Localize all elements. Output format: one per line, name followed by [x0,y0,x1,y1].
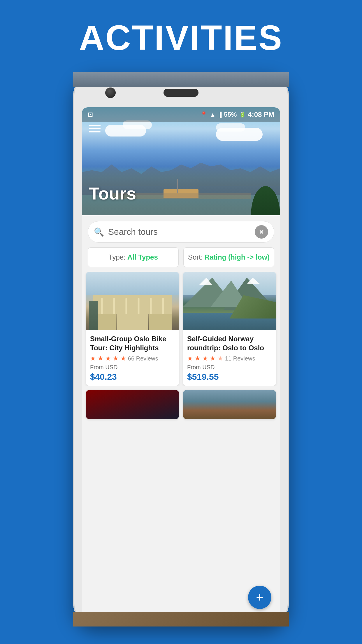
statue [89,301,98,330]
search-container: 🔍 Search tours × [82,215,280,247]
type-filter-button[interactable]: Type: All Types [88,247,179,267]
tour-card-1-image [86,272,179,330]
add-fab-button[interactable]: + [248,586,271,609]
col4 [138,298,139,314]
tour-card-1[interactable]: Small-Group Oslo Bike Tour: City Highlig… [86,272,179,386]
star-2: ★ [98,355,103,362]
tour-card-1-reviews: 66 Reviews [128,355,158,362]
status-right: 📍 ▲ ▐ 55% 🔋 4:08 PM [200,111,274,119]
battery-label: 55% [224,111,237,118]
palace-wings [93,314,172,330]
bottom-cards-row: ATES ALL YEAR [82,390,280,419]
hamburger-line-2 [89,128,101,129]
snow-2 [247,278,260,284]
bottom-card-2-img [183,390,276,419]
wifi-icon: ▲ [210,111,216,118]
bottom-card-1[interactable]: ATES ALL YEAR [86,390,179,419]
sort-value: Rating (high -> low) [205,253,270,261]
palace [93,291,172,330]
tour-card-2-bg [183,272,276,330]
status-left: ⊡ [88,111,93,118]
tour-card-2-stars: ★ ★ ★ ★ ★ 11 Reviews [187,355,272,362]
tour-card-1-from: From USD [90,364,175,371]
mast [177,179,178,193]
sky [86,272,179,295]
page-background: ACTIVITIES ⊡ 📍 ▲ ▐ 55% [73,0,289,626]
star-4: ★ [210,355,216,362]
tour-card-1-bg [86,272,179,330]
screen-record-icon: ⊡ [88,111,93,118]
search-bar[interactable]: 🔍 Search tours × [88,221,274,243]
col2 [113,298,115,314]
tour-card-2[interactable]: Self-Guided Norway roundtrip: Oslo to Os… [183,272,276,386]
search-input[interactable]: Search tours [108,227,251,237]
tour-card-2-content: Self-Guided Norway roundtrip: Oslo to Os… [183,330,276,386]
hamburger-menu[interactable] [89,125,101,132]
search-icon: 🔍 [94,227,104,237]
phone-screen: ⊡ 📍 ▲ ▐ 55% 🔋 4:08 PM [82,107,280,618]
star-3: ★ [105,355,111,362]
location-icon: 📍 [200,111,208,118]
tour-card-2-reviews: 11 Reviews [225,355,255,362]
hamburger-line-3 [89,131,101,132]
star-1: ★ [90,355,96,362]
phone-shell: ⊡ 📍 ▲ ▐ 55% 🔋 4:08 PM [73,72,289,626]
hero-section: ⊡ 📍 ▲ ▐ 55% 🔋 4:08 PM [82,107,280,215]
front-camera [105,88,116,98]
signal-icon: ▐ [218,112,222,118]
clear-button[interactable]: × [255,225,268,239]
tour-card-1-title: Small-Group Oslo Bike Tour: City Highlig… [90,334,175,352]
bottom-card-1-img: ATES ALL YEAR [86,390,179,419]
dark-bg [86,390,179,419]
star-5: ★ [120,355,126,362]
col1 [101,298,103,314]
star-5-half: ★ [217,355,223,362]
tour-card-2-title: Self-Guided Norway roundtrip: Oslo to Os… [187,334,272,352]
wing-right [149,314,172,330]
content-area: 🔍 Search tours × Type: All Types Sort: [82,215,280,618]
cloud-4 [216,123,245,132]
col6 [162,298,164,314]
bottom-card-2[interactable] [183,390,276,419]
star-1: ★ [187,355,193,362]
hero-title: Tours [89,183,136,204]
battery-icon: 🔋 [239,111,245,118]
palace-columns [93,298,172,314]
sort-filter-button[interactable]: Sort: Rating (high -> low) [183,247,274,267]
clear-icon: × [259,228,263,236]
tour-card-2-image [183,272,276,330]
col5 [150,298,152,314]
filter-row: Type: All Types Sort: Rating (high -> lo… [82,247,280,272]
time-display: 4:08 PM [248,111,274,119]
earpiece [164,89,198,97]
star-3: ★ [202,355,208,362]
tour-card-1-content: Small-Group Oslo Bike Tour: City Highlig… [86,330,179,386]
sort-label: Sort: [188,253,203,261]
star-2: ★ [195,355,201,362]
plus-icon: + [256,591,263,604]
tour-card-1-stars: ★ ★ ★ ★ ★ 66 Reviews [90,355,175,362]
tour-cards-grid: Small-Group Oslo Bike Tour: City Highlig… [82,272,280,386]
app-title: ACTIVITIES [73,18,289,58]
star-4: ★ [113,355,119,362]
col3 [126,298,127,314]
tour-card-1-price: $40.23 [90,372,175,382]
status-bar: ⊡ 📍 ▲ ▐ 55% 🔋 4:08 PM [82,107,280,122]
hamburger-line-1 [89,125,101,126]
snow-1 [199,278,212,285]
tour-card-2-from: From USD [187,364,272,371]
center [117,314,148,330]
tour-card-2-price: $519.55 [187,372,272,382]
type-value: All Types [127,253,158,261]
type-label: Type: [108,253,126,261]
